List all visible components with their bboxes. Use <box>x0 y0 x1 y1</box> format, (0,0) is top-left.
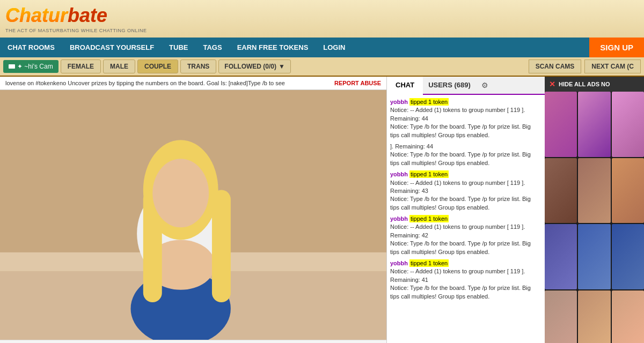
video-section: lovense on #tokenkeno Uncover prizes by … <box>0 77 386 343</box>
ad-cell[interactable] <box>578 290 610 344</box>
main: lovense on #tokenkeno Uncover prizes by … <box>0 77 644 343</box>
chat-message: yobbh tipped 1 token Notice: -- Added (1… <box>390 215 541 256</box>
filter-couple[interactable]: COUPLE <box>137 59 178 73</box>
ad-cell[interactable] <box>545 158 577 223</box>
chat-tabs: CHAT USERS (689) ⚙ <box>387 77 545 95</box>
hide-ads-bar[interactable]: ✕ HIDE ALL ADS NO <box>545 77 644 92</box>
nav-tags[interactable]: TAGS <box>195 38 229 57</box>
ad-cell[interactable] <box>612 158 644 223</box>
video-placeholder <box>0 90 386 340</box>
broadcast-bar: lovense on #tokenkeno Uncover prizes by … <box>0 77 386 90</box>
tab-chat[interactable]: CHAT <box>387 77 423 95</box>
ad-cell[interactable] <box>578 158 610 223</box>
filter-trans[interactable]: TRANS <box>180 59 216 73</box>
close-icon[interactable]: ✕ <box>549 80 555 88</box>
scan-cams-button[interactable]: SCAN CAMS <box>529 59 582 73</box>
svg-point-9 <box>152 159 209 227</box>
logo-text: Chaturbate <box>5 4 147 27</box>
filter-male[interactable]: MALE <box>103 59 135 73</box>
chat-message: yobbh tipped 1 token Notice: -- Added (1… <box>390 170 541 212</box>
report-abuse-button[interactable]: REPORT ABUSE <box>334 80 381 86</box>
broadcast-message: lovense on #tokenkeno Uncover prizes by … <box>5 80 285 86</box>
tab-users[interactable]: USERS (689) <box>423 77 476 94</box>
chat-username: yobbh <box>390 171 408 177</box>
ad-cell[interactable] <box>612 290 644 344</box>
filter-female[interactable]: FEMALE <box>61 59 101 73</box>
nav: CHAT ROOMS BROADCAST YOURSELF TUBE TAGS … <box>0 38 644 57</box>
chat-messages[interactable]: yobbh tipped 1 token Notice: -- Added (1… <box>387 95 545 343</box>
header: Chaturbate THE ACT OF MASTURBATING WHILE… <box>0 0 644 38</box>
ad-cell[interactable] <box>545 224 577 289</box>
followed-label: FOLLOWED (0/0) <box>224 63 276 70</box>
sign-up-button[interactable]: SIGN UP <box>589 38 644 57</box>
hide-ads-label: HIDE ALL ADS NO <box>559 81 610 87</box>
notice-board: Notice: Type /b for the board. Type /p f… <box>390 151 531 166</box>
notice-board3: Notice: Type /b for the board. Type /p f… <box>390 240 531 255</box>
ad-content <box>545 92 644 343</box>
ad-cell[interactable] <box>545 92 577 157</box>
ad-cell[interactable] <box>545 290 577 344</box>
ad-cell[interactable] <box>612 92 644 157</box>
chat-username: yobbh <box>390 215 408 222</box>
notice-text: Notice: -- Added (1) tokens to group num… <box>390 107 525 121</box>
ad-cell[interactable] <box>578 224 610 289</box>
chat-message: yobbh tipped 1 token Notice: -- Added (1… <box>390 98 541 139</box>
tip-text: tipped 1 token <box>409 259 449 267</box>
svg-rect-8 <box>212 190 231 302</box>
settings-icon[interactable]: ⚙ <box>476 77 494 94</box>
notice-board2: Notice: Type /b for the board. Type /p f… <box>390 196 531 210</box>
nav-earn[interactable]: EARN FREE TOKENS <box>230 38 316 57</box>
chat-username: yobbh <box>390 260 408 266</box>
next-cam-button[interactable]: NEXT CAM (C <box>584 59 641 73</box>
ad-mosaic <box>545 92 644 343</box>
notice-text: Notice: -- Added (1) tokens to group num… <box>390 180 525 194</box>
notice-text2: Notice: Type /b for the board. Type /p f… <box>390 123 531 138</box>
filter-right: SCAN CAMS NEXT CAM (C <box>529 59 641 73</box>
chat-username: yobbh <box>390 99 408 105</box>
notice-board4: Notice: Type /b for the board. Type /p f… <box>390 285 531 299</box>
chevron-down-icon: ▼ <box>279 63 285 70</box>
logo[interactable]: Chaturbate THE ACT OF MASTURBATING WHILE… <box>5 4 147 33</box>
nav-broadcast[interactable]: BROADCAST YOURSELF <box>62 38 162 57</box>
notice-remaining: ]. Remaining: 44 <box>390 143 433 150</box>
tip-text: tipped 1 token <box>409 98 449 106</box>
cam-tab-label: ✦ ~hi's Cam <box>17 63 53 70</box>
tip-text: tipped 1 token <box>409 170 449 178</box>
filter-followed[interactable]: FOLLOWED (0/0) ▼ <box>218 59 291 73</box>
cam-icon <box>9 64 15 69</box>
video-bottom-bar: Board Count: 89 #s / 2 prizes You curren… <box>0 340 386 343</box>
notice-text: Notice: -- Added (1) tokens to group num… <box>390 268 525 282</box>
notice-text: Notice: -- Added (1) tokens to group num… <box>390 223 525 238</box>
chat-message: ]. Remaining: 44 Notice: Type /b for the… <box>390 143 541 167</box>
cam-tab[interactable]: ✦ ~hi's Cam <box>3 60 58 73</box>
nav-login[interactable]: LOGIN <box>316 38 353 57</box>
video-player[interactable] <box>0 90 386 340</box>
ad-section: ✕ HIDE ALL ADS NO <box>545 77 644 343</box>
filter-bar: ✦ ~hi's Cam FEMALE MALE COUPLE TRANS FOL… <box>0 57 644 77</box>
chat-section: CHAT USERS (689) ⚙ yobbh tipped 1 token … <box>386 77 545 343</box>
nav-right: SIGN UP <box>589 38 644 57</box>
nav-chat-rooms[interactable]: CHAT ROOMS <box>0 38 62 57</box>
tip-text: tipped 1 token <box>409 215 449 222</box>
ad-cell[interactable] <box>578 92 610 157</box>
tagline: THE ACT OF MASTURBATING WHILE CHATTING O… <box>5 28 147 33</box>
ad-cell[interactable] <box>612 224 644 289</box>
chat-message: yobbh tipped 1 token Notice: -- Added (1… <box>390 259 541 301</box>
nav-tube[interactable]: TUBE <box>162 38 195 57</box>
